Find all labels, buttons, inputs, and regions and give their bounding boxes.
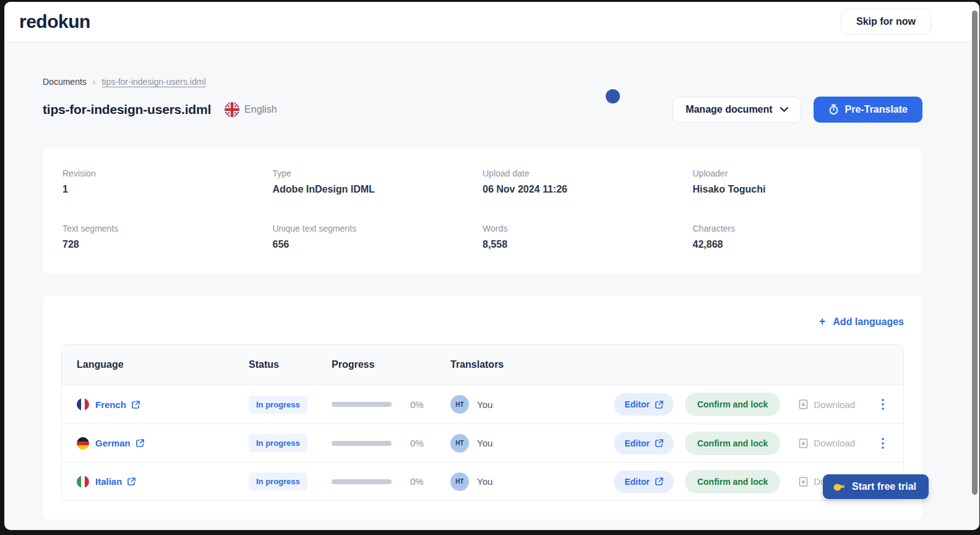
confirm-and-lock-button[interactable]: Confirm and lock <box>685 470 780 494</box>
external-link-icon <box>127 477 135 485</box>
info-label: Words <box>483 224 693 233</box>
progress-percent: 0% <box>410 476 424 487</box>
redokun-logo: redokun <box>19 11 90 32</box>
table-header-row: Language Status Progress Translators <box>62 345 903 385</box>
start-free-trial-button[interactable]: Start free trial <box>823 474 929 499</box>
table-row-french: French In progress 0% HT You <box>62 385 903 424</box>
editor-label: Editor <box>624 438 649 448</box>
italy-flag-icon <box>77 476 89 488</box>
info-label: Type <box>273 168 483 178</box>
pointing-hand-icon <box>833 482 845 491</box>
france-flag-icon <box>77 398 89 411</box>
column-header-translators: Translators <box>450 359 888 370</box>
scrollbar-thumb[interactable] <box>972 11 978 495</box>
editor-label: Editor <box>624 477 649 487</box>
source-language-label: English <box>244 104 277 115</box>
stopwatch-icon <box>828 104 839 115</box>
info-value: 8,558 <box>483 239 693 250</box>
language-name: French <box>95 399 126 410</box>
language-name: German <box>95 438 131 448</box>
info-field-upload-date: Upload date 06 Nov 2024 11:26 <box>483 168 693 195</box>
status-badge: In progress <box>249 434 307 452</box>
app-window: redokun Skip for now Documents › tips-fo… <box>4 2 979 530</box>
info-field-revision: Revision 1 <box>62 168 273 195</box>
column-header-status: Status <box>249 359 332 370</box>
download-icon <box>799 438 808 448</box>
pre-translate-button[interactable]: Pre-Translate <box>814 97 922 123</box>
editor-button[interactable]: Editor <box>614 432 673 455</box>
language-link-italian[interactable]: Italian <box>95 476 135 487</box>
language-name: Italian <box>95 476 122 487</box>
top-navbar: redokun Skip for now <box>4 2 979 42</box>
translator-name: You <box>477 476 492 487</box>
language-link-french[interactable]: French <box>95 399 140 410</box>
translator-name: You <box>477 438 492 448</box>
page-title: tips-for-indesign-users.idml <box>43 102 211 117</box>
skip-for-now-button[interactable]: Skip for now <box>841 9 931 35</box>
translator-avatar: HT <box>450 395 469 414</box>
cursor-dot <box>606 89 620 103</box>
add-languages-label: Add languages <box>833 316 904 328</box>
translator-name: You <box>477 399 492 410</box>
info-field-words: Words 8,558 <box>483 224 693 250</box>
manage-document-button[interactable]: Manage document <box>673 97 801 123</box>
languages-table: Language Status Progress Translators Fre… <box>61 344 904 501</box>
table-row-german: German In progress 0% HT You <box>62 424 903 462</box>
info-value: 06 Nov 2024 11:26 <box>483 184 693 195</box>
translator-avatar: HT <box>450 434 469 453</box>
download-icon <box>799 399 808 409</box>
external-link-icon <box>655 439 663 447</box>
download-label: Download <box>814 399 855 410</box>
info-label: Uploader <box>693 168 903 178</box>
info-value: 1 <box>62 184 273 195</box>
breadcrumb-current-document: tips-for-indesign-users.idml <box>101 77 205 87</box>
pre-translate-label: Pre-Translate <box>845 104 908 115</box>
main-content: Documents › tips-for-indesign-users.idml… <box>4 42 979 520</box>
download-button[interactable]: Download <box>799 399 855 410</box>
progress-bar <box>332 441 392 446</box>
kebab-menu-icon[interactable] <box>877 399 888 410</box>
info-label: Unique text segments <box>273 224 483 233</box>
table-row-italian: Italian In progress 0% HT You <box>62 462 903 500</box>
breadcrumb: Documents › tips-for-indesign-users.idml <box>43 77 922 87</box>
info-value: 656 <box>273 239 483 250</box>
info-value: 728 <box>62 239 273 250</box>
breadcrumb-chevron-icon: › <box>93 77 96 87</box>
info-label: Upload date <box>483 168 693 178</box>
editor-label: Editor <box>624 399 649 409</box>
translator-avatar: HT <box>450 472 469 491</box>
progress-percent: 0% <box>410 399 424 410</box>
external-link-icon <box>132 401 140 409</box>
document-info-card: Revision 1 Type Adobe InDesign IDML Uplo… <box>43 147 922 274</box>
chevron-down-icon <box>780 107 788 112</box>
info-label: Characters <box>693 224 903 233</box>
info-value: Adobe InDesign IDML <box>273 184 483 195</box>
status-badge: In progress <box>249 472 307 490</box>
download-button[interactable]: Download <box>799 438 855 448</box>
status-badge: In progress <box>249 396 307 414</box>
confirm-and-lock-button[interactable]: Confirm and lock <box>685 432 780 455</box>
editor-button[interactable]: Editor <box>614 471 673 493</box>
language-link-german[interactable]: German <box>95 438 144 448</box>
info-field-type: Type Adobe InDesign IDML <box>273 168 483 195</box>
languages-card: + Add languages Language Status Progress… <box>43 295 922 520</box>
external-link-icon <box>655 477 663 485</box>
scrollbar[interactable] <box>970 2 979 530</box>
confirm-and-lock-button[interactable]: Confirm and lock <box>685 393 780 416</box>
add-languages-button[interactable]: + Add languages <box>819 315 904 328</box>
breadcrumb-documents[interactable]: Documents <box>43 77 87 87</box>
source-language-chip: English <box>225 102 277 117</box>
editor-button[interactable]: Editor <box>614 393 673 415</box>
plus-icon: + <box>819 315 826 328</box>
external-link-icon <box>136 439 144 447</box>
progress-percent: 0% <box>410 438 424 448</box>
column-header-language: Language <box>77 359 249 370</box>
kebab-menu-icon[interactable] <box>877 438 888 449</box>
external-link-icon <box>655 401 663 409</box>
uk-flag-icon <box>225 102 239 117</box>
info-value: 42,868 <box>693 239 903 250</box>
progress-bar <box>332 402 392 407</box>
info-label: Revision <box>62 168 273 178</box>
info-field-uploader: Uploader Hisako Toguchi <box>693 168 903 195</box>
info-label: Text segments <box>62 224 273 233</box>
